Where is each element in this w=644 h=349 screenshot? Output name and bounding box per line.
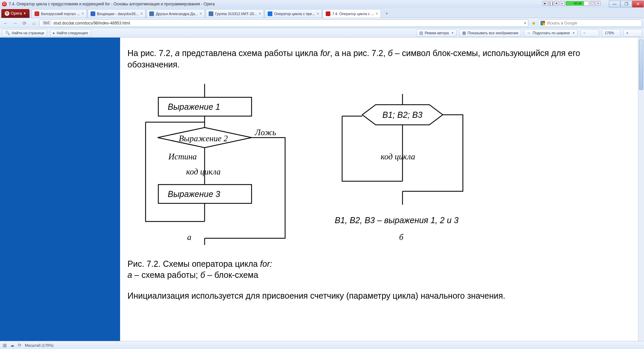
tab-close-icon[interactable]: × (376, 11, 378, 16)
close-button[interactable]: ✕ (632, 1, 644, 7)
window-title: 7.4. Оператор цикла с предусловием и кор… (9, 2, 215, 6)
tab[interactable]: Белорусский портал ...× (32, 9, 87, 18)
opera-menu-label: Opera (11, 11, 22, 16)
author-mode-button[interactable]: ▤Режим автора (416, 29, 457, 37)
tray-icon[interactable]: ▶ (543, 1, 547, 6)
find-next-button[interactable]: ▸Найти следующее (50, 29, 91, 37)
favicon-icon (149, 11, 154, 16)
tray-icon[interactable]: ■ (554, 1, 559, 6)
cloud-icon[interactable]: ☁ (10, 343, 14, 348)
forward-button[interactable]: → (11, 20, 19, 27)
document-content: На рис. 7.2, а представлена схема работы… (120, 38, 638, 302)
tab[interactable]: Входящие - davydov26...× (88, 9, 146, 18)
tab-label: Друзья Александра Да... (156, 12, 198, 16)
window-titlebar: O 7.4. Оператор цикла с предусловием и к… (0, 0, 644, 8)
address-bar: ← → ⟳ ⌂ Веб stud.docdat.com/docs/98/inde… (0, 18, 644, 28)
next-icon: ▸ (53, 31, 55, 35)
url-text: stud.docdat.com/docs/98/index-48953.html (53, 21, 130, 26)
tab-label: 7.4. Оператор цикла с ... (332, 12, 374, 16)
new-tab-button[interactable]: ＋ (383, 10, 390, 16)
favicon-icon (91, 11, 95, 16)
show-images-label: Показывать все изображения (468, 31, 518, 35)
tab-close-icon[interactable]: × (317, 11, 319, 16)
tab-close-icon[interactable]: × (259, 11, 261, 16)
tab-active[interactable]: 7.4. Оператор цикла с ...× (323, 9, 381, 18)
document-sidebar (0, 38, 120, 341)
favicon-icon (326, 11, 330, 16)
tray-battery-icon: -00:38 (566, 1, 589, 6)
zoom-value[interactable]: 170% (602, 29, 621, 37)
favicon-icon (268, 11, 272, 16)
tab-label: Входящие - davydov26... (97, 12, 139, 16)
document-area: На рис. 7.2, а представлена схема работы… (120, 38, 638, 341)
tray-icon[interactable]: ▾ (596, 1, 600, 6)
sync-icon[interactable]: ⟳ (18, 343, 21, 348)
page-icon: ▤ (419, 31, 423, 35)
page-viewport: На рис. 7.2, а представлена схема работы… (0, 38, 644, 341)
maximize-button[interactable]: ❐ (621, 1, 632, 7)
tab[interactable]: Оператор цикла с пре...× (265, 9, 322, 18)
favicon-icon (209, 11, 213, 16)
tab-label: Группа 313312 ИИТ-20... (215, 12, 257, 16)
search-icon: 🔍 (5, 31, 10, 35)
image-icon: ▦ (462, 31, 466, 35)
reload-button[interactable]: ⟳ (21, 20, 28, 27)
opera-menu-button[interactable]: O Opera ▼ (1, 9, 30, 18)
back-button[interactable]: ← (2, 20, 9, 27)
tab[interactable]: Друзья Александра Да...× (146, 9, 205, 18)
author-mode-label: Режим автора (425, 31, 449, 35)
secondary-toolbar: 🔍Найти на странице ▸Найти следующее ▤Реж… (0, 28, 644, 38)
show-images-button[interactable]: ▦Показывать все изображения (459, 29, 521, 37)
tab-close-icon[interactable]: × (82, 11, 84, 16)
url-badge: Веб (42, 21, 51, 25)
search-placeholder: Искать в Google (547, 21, 577, 26)
bookmark-star-icon[interactable]: ★ (532, 20, 536, 26)
find-on-page-button[interactable]: 🔍Найти на странице (2, 29, 47, 37)
panel-icon[interactable]: ▥ (3, 343, 7, 348)
zoom-label: 170% (605, 31, 614, 35)
tray-icon[interactable]: ❙❙ (548, 1, 553, 6)
window-controls: — ❐ ✕ (609, 0, 644, 7)
chevron-down-icon: ▼ (23, 12, 26, 15)
url-field[interactable]: Веб stud.docdat.com/docs/98/index-48953.… (40, 19, 528, 27)
scrollbar-thumb[interactable] (639, 40, 643, 90)
zoom-plus-button[interactable]: + (623, 29, 642, 37)
status-zoom-label: Масштаб (170%) (25, 343, 54, 347)
paragraph: На рис. 7.2, а представлена схема работы… (127, 48, 631, 70)
fit-icon: ↔ (527, 31, 531, 35)
tab-label: Белорусский портал ... (41, 12, 80, 16)
home-button[interactable]: ⌂ (30, 20, 38, 27)
fit-width-label: Подогнать по ширине (533, 31, 570, 35)
google-icon (540, 21, 545, 26)
tab[interactable]: Группа 313312 ИИТ-20...× (206, 9, 264, 18)
minimize-button[interactable]: — (609, 1, 620, 7)
tab-close-icon[interactable]: × (140, 11, 143, 16)
flowchart-svg (127, 84, 513, 292)
figure: Выражение 1 Выражение 2 Ложь Истина код … (127, 84, 631, 292)
system-tray: ▶ ❙❙ ■ ▸ -00:38 ☐ ▾ (543, 1, 600, 6)
tray-icon[interactable]: ▸ (560, 1, 565, 6)
find-next-label: Найти следующее (57, 31, 88, 35)
fit-width-button[interactable]: ↔Подогнать по ширине (524, 29, 578, 37)
tab-strip: O Opera ▼ Белорусский портал ...× Входящ… (0, 8, 644, 18)
dropdown-icon[interactable]: ▾ (524, 21, 526, 25)
status-bar: ▥ ☁ ⟳ Масштаб (170%) (0, 341, 644, 349)
opera-logo-icon: O (5, 11, 9, 16)
find-label: Найти на странице (12, 31, 44, 35)
tray-icon[interactable]: ☐ (590, 1, 595, 6)
zoom-minus-button[interactable]: − (580, 29, 599, 37)
tab-close-icon[interactable]: × (200, 11, 202, 16)
favicon-icon (35, 11, 39, 16)
tab-label: Оператор цикла с пре... (274, 12, 315, 16)
paragraph: Инициализация используется для присвоени… (127, 290, 631, 302)
vertical-scrollbar[interactable] (638, 38, 644, 341)
search-field[interactable]: Искать в Google (538, 19, 642, 27)
opera-app-icon: O (2, 2, 7, 6)
